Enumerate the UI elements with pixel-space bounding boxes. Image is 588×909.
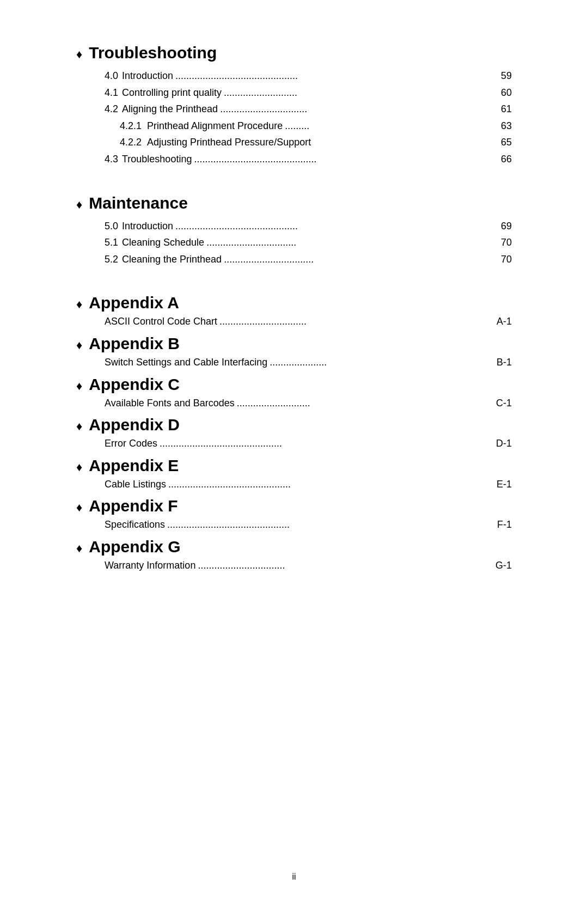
section-appendix-g: ♦ Appendix G Warranty Information ......… — [76, 538, 512, 574]
toc-entry-appendix-c: Available Fonts and Barcodes ...........… — [105, 395, 512, 412]
toc-entry-appendix-a: ASCII Control Code Chart ...............… — [105, 313, 512, 330]
toc-entry-4-2-1: 4.2.1 Printhead Alignment Procedure ....… — [120, 118, 512, 135]
page-number: ii — [292, 872, 296, 881]
section-appendix-f: ♦ Appendix F Specifications ............… — [76, 497, 512, 533]
diamond-icon-maintenance: ♦ — [76, 198, 82, 212]
section-title-maintenance: Maintenance — [89, 194, 188, 212]
diamond-icon-appendix-b: ♦ — [76, 338, 82, 352]
section-title-appendix-b: Appendix B — [89, 334, 180, 353]
toc-entry-5-2: 5.2 Cleaning the Printhead .............… — [105, 251, 512, 268]
section-troubleshooting: ♦ Troubleshooting 4.0 Introduction .....… — [76, 44, 512, 168]
toc-entry-appendix-f: Specifications .........................… — [105, 516, 512, 533]
section-title-appendix-g: Appendix G — [89, 538, 180, 556]
section-appendix-e: ♦ Appendix E Cable Listings ............… — [76, 456, 512, 493]
diamond-icon-appendix-c: ♦ — [76, 379, 82, 393]
section-title-appendix-c: Appendix C — [89, 375, 180, 394]
page: ♦ Troubleshooting 4.0 Introduction .....… — [0, 0, 588, 909]
toc-entry-appendix-e: Cable Listings .........................… — [105, 476, 512, 493]
section-maintenance: ♦ Maintenance 5.0 Introduction .........… — [76, 194, 512, 268]
page-footer: ii — [0, 872, 588, 882]
section-header-maintenance: ♦ Maintenance — [76, 194, 512, 212]
section-title-appendix-f: Appendix F — [89, 497, 177, 515]
diamond-icon-appendix-a: ♦ — [76, 297, 82, 312]
section-appendix-a: ♦ Appendix A ASCII Control Code Chart ..… — [76, 294, 512, 330]
appendices-container: ♦ Appendix A ASCII Control Code Chart ..… — [76, 294, 512, 574]
diamond-icon-troubleshooting: ♦ — [76, 47, 82, 62]
section-header-troubleshooting: ♦ Troubleshooting — [76, 44, 512, 62]
diamond-icon-appendix-g: ♦ — [76, 541, 82, 556]
toc-entry-4-1: 4.1 Controlling print quality ..........… — [105, 84, 512, 101]
toc-entry-appendix-g: Warranty Information ...................… — [105, 557, 512, 574]
toc-entry-appendix-d: Error Codes ............................… — [105, 435, 512, 452]
toc-entry-4-0: 4.0 Introduction .......................… — [105, 68, 512, 84]
toc-entry-4-2-2: 4.2.2 Adjusting Printhead Pressure/Suppo… — [120, 134, 512, 151]
toc-entry-5-0: 5.0 Introduction .......................… — [105, 218, 512, 235]
toc-entry-5-1: 5.1 Cleaning Schedule ..................… — [105, 234, 512, 251]
toc-entries-troubleshooting: 4.0 Introduction .......................… — [105, 68, 512, 168]
section-appendix-b: ♦ Appendix B Switch Settings and Cable I… — [76, 334, 512, 371]
diamond-icon-appendix-e: ♦ — [76, 460, 82, 474]
section-title-appendix-a: Appendix A — [89, 294, 179, 312]
section-appendix-c: ♦ Appendix C Available Fonts and Barcode… — [76, 375, 512, 412]
diamond-icon-appendix-d: ♦ — [76, 419, 82, 434]
toc-entry-appendix-b: Switch Settings and Cable Interfacing ..… — [105, 354, 512, 371]
section-title-troubleshooting: Troubleshooting — [89, 44, 217, 62]
toc-entry-4-3: 4.3 Troubleshooting ....................… — [105, 151, 512, 168]
toc-entry-4-2: 4.2 Aligning the Printhead .............… — [105, 101, 512, 118]
toc-entries-maintenance: 5.0 Introduction .......................… — [105, 218, 512, 268]
diamond-icon-appendix-f: ♦ — [76, 501, 82, 515]
section-appendix-d: ♦ Appendix D Error Codes ...............… — [76, 416, 512, 452]
section-title-appendix-d: Appendix D — [89, 416, 180, 434]
section-title-appendix-e: Appendix E — [89, 456, 179, 475]
